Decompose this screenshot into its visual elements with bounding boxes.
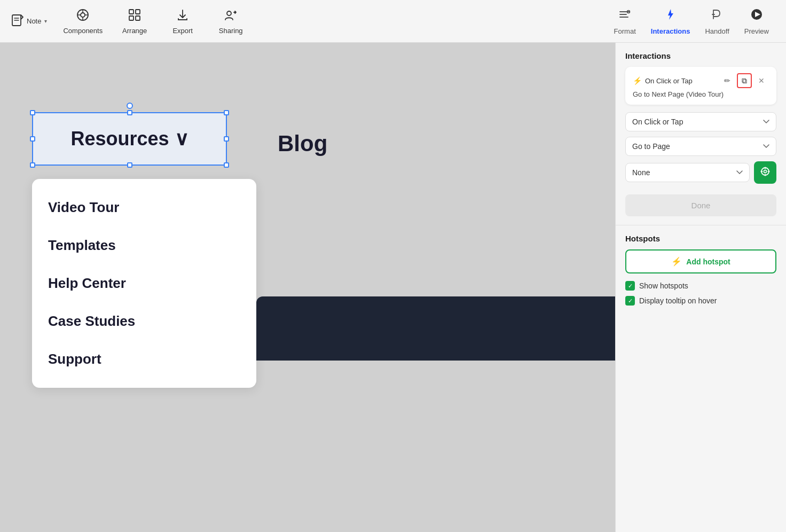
interaction-card-header: ⚡ On Click or Tap ✏ ⧉ ✕	[633, 73, 769, 88]
format-icon	[618, 7, 632, 25]
trigger-form-group: On Click or Tap On Hover On Load	[625, 112, 776, 131]
hotspot-lightning-icon: ⚡	[671, 256, 682, 267]
toolbar-left: Note ▾ Components	[11, 8, 608, 35]
toolbar: Note ▾ Components	[0, 0, 786, 43]
hotspots-section: Hotspots ⚡ Add hotspot Show hotspots Dis…	[616, 225, 786, 319]
target-picker-button[interactable]	[754, 161, 776, 184]
toolbar-right-handoff[interactable]: Handoff	[698, 3, 735, 40]
toolbar-right-interactions[interactable]: Interactions	[644, 3, 697, 40]
target-form-group: None	[625, 161, 776, 184]
sharing-icon	[224, 8, 238, 24]
menu-item-templates[interactable]: Templates	[48, 228, 240, 263]
handle-ml[interactable]	[30, 136, 35, 142]
handoff-icon	[710, 7, 724, 25]
handle-tr[interactable]	[224, 110, 229, 115]
card-actions: ✏ ⧉ ✕	[720, 73, 769, 88]
add-hotspot-button[interactable]: ⚡ Add hotspot	[625, 249, 776, 273]
arrange-icon	[128, 8, 142, 24]
arrange-label: Arrange	[122, 27, 147, 35]
close-icon: ✕	[758, 76, 765, 85]
rotation-handle[interactable]	[127, 103, 133, 109]
dropdown-menu: Video Tour Templates Help Center Case St…	[32, 179, 256, 388]
display-tooltip-label: Display tooltip on hover	[639, 296, 717, 305]
blog-text: Blog	[278, 131, 327, 157]
handoff-label: Handoff	[705, 27, 729, 35]
menu-item-case-studies[interactable]: Case Studies	[48, 303, 240, 339]
format-label: Format	[614, 27, 636, 35]
preview-label: Preview	[744, 27, 769, 35]
edit-interaction-button[interactable]: ✏	[720, 73, 735, 88]
export-label: Export	[172, 27, 193, 35]
toolbar-right: Format Interactions Handoff	[608, 3, 775, 40]
done-button[interactable]: Done	[625, 194, 776, 216]
toolbar-item-sharing[interactable]: Sharing	[215, 8, 247, 35]
handle-bl[interactable]	[30, 162, 35, 168]
svg-point-4	[81, 13, 85, 17]
export-icon	[176, 8, 190, 24]
display-tooltip-checkbox[interactable]	[625, 296, 635, 306]
handle-br[interactable]	[224, 162, 229, 168]
toolbar-right-preview[interactable]: Preview	[738, 3, 775, 40]
components-label: Components	[63, 27, 103, 35]
show-hotspots-label: Show hotspots	[639, 281, 688, 290]
handle-mr[interactable]	[224, 136, 229, 142]
interaction-trigger: ⚡ On Click or Tap	[633, 76, 693, 85]
svg-rect-10	[136, 10, 140, 14]
action-form-group: Go to Page Go to URL Scroll To Open Over…	[625, 137, 776, 156]
menu-item-help-center[interactable]: Help Center	[48, 265, 240, 301]
canvas-content: Resources ∨ Blog Video Tour Templates He…	[0, 43, 615, 532]
interactions-panel-section: Interactions ⚡ On Click or Tap ✏ ⧉ ✕	[616, 43, 786, 225]
existing-interaction-card: ⚡ On Click or Tap ✏ ⧉ ✕ Go to Next Page …	[625, 67, 776, 105]
copy-icon: ⧉	[742, 76, 747, 85]
target-select[interactable]: None	[625, 163, 750, 182]
svg-rect-9	[129, 10, 133, 14]
resources-element[interactable]: Resources ∨	[32, 112, 227, 166]
note-icon	[11, 13, 25, 29]
trigger-text: On Click or Tap	[645, 77, 693, 85]
toolbar-item-note[interactable]: Note ▾	[11, 13, 47, 29]
delete-interaction-button[interactable]: ✕	[754, 73, 769, 88]
note-label: Note	[27, 17, 41, 25]
canvas-area: Resources ∨ Blog Video Tour Templates He…	[0, 43, 615, 532]
edit-icon: ✏	[724, 76, 730, 85]
interactions-label: Interactions	[651, 27, 690, 35]
components-icon	[76, 8, 90, 24]
display-tooltip-row[interactable]: Display tooltip on hover	[625, 296, 776, 306]
crosshair-icon	[760, 166, 771, 179]
svg-rect-11	[129, 16, 133, 20]
add-hotspot-label: Add hotspot	[686, 257, 730, 266]
toolbar-right-format[interactable]: Format	[608, 3, 642, 40]
interaction-description: Go to Next Page (Video Tour)	[633, 90, 769, 98]
lightning-icon: ⚡	[633, 76, 642, 85]
action-select[interactable]: Go to Page Go to URL Scroll To Open Over…	[625, 137, 776, 156]
note-chevron: ▾	[44, 18, 47, 24]
show-hotspots-checkbox[interactable]	[625, 281, 635, 291]
trigger-select[interactable]: On Click or Tap On Hover On Load	[625, 112, 776, 131]
toolbar-item-export[interactable]: Export	[167, 8, 199, 35]
toolbar-item-components[interactable]: Components	[63, 8, 103, 35]
hotspots-title: Hotspots	[625, 234, 776, 243]
menu-item-support[interactable]: Support	[48, 341, 240, 377]
resources-text: Resources ∨	[70, 128, 188, 150]
svg-rect-12	[136, 16, 140, 20]
handle-tl[interactable]	[30, 110, 35, 115]
menu-item-video-tour[interactable]: Video Tour	[48, 190, 240, 225]
interactions-icon	[664, 7, 678, 25]
copy-interaction-button[interactable]: ⧉	[737, 73, 752, 88]
toolbar-item-arrange[interactable]: Arrange	[119, 8, 151, 35]
show-hotspots-row[interactable]: Show hotspots	[625, 281, 776, 291]
svg-point-20	[764, 170, 767, 173]
interactions-panel-title: Interactions	[625, 51, 776, 60]
right-panel: Interactions ⚡ On Click or Tap ✏ ⧉ ✕	[615, 43, 786, 532]
handle-tm[interactable]	[127, 110, 132, 115]
sharing-label: Sharing	[219, 27, 243, 35]
handle-bm[interactable]	[127, 162, 132, 168]
preview-icon	[750, 7, 764, 25]
dark-bar	[256, 296, 615, 361]
svg-point-13	[227, 11, 231, 15]
